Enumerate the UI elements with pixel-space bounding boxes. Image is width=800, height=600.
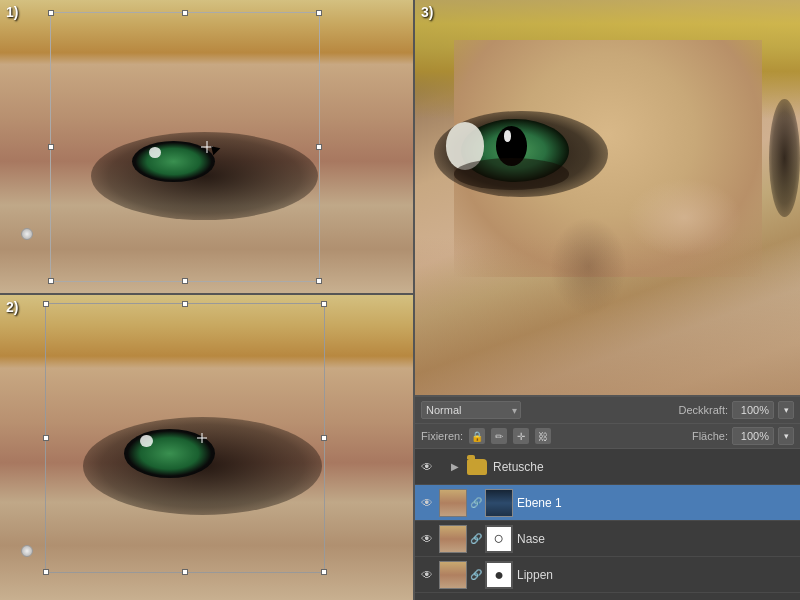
blend-mode-wrapper[interactable]: Normal: [421, 401, 521, 419]
layer-row-nase[interactable]: 👁 🔗 ○ Nase: [415, 521, 800, 557]
layer-chain-lippen: 🔗: [471, 569, 481, 580]
layer-chain-nase: 🔗: [471, 533, 481, 544]
layer-thumb-ebene1: [439, 489, 467, 517]
visibility-toggle-ebene1[interactable]: 👁: [419, 495, 435, 511]
opacity-input[interactable]: [732, 401, 774, 419]
layers-panel: Normal Deckkraft: ▾ Fixieren: 🔒 ✏ ✛ ⛓ Fl…: [415, 395, 800, 600]
fix-icon-lock[interactable]: 🔒: [469, 428, 485, 444]
layer-row-lippen[interactable]: 👁 🔗 ● Lippen: [415, 557, 800, 593]
layer-thumb-lippen: [439, 561, 467, 589]
canvas-panel-3[interactable]: 3): [415, 0, 800, 395]
layer-mask-lippen: ●: [485, 561, 513, 589]
layer-name-lippen: Lippen: [517, 568, 796, 582]
visibility-toggle-nase[interactable]: 👁: [419, 531, 435, 547]
layer-row-ebene1[interactable]: 👁 🔗 Ebene 1: [415, 485, 800, 521]
folder-icon-retusche: [467, 459, 487, 475]
layer-row-retusche[interactable]: 👁 ▶ Retusche: [415, 449, 800, 485]
left-canvas-panel: 1) 2): [0, 0, 415, 600]
canvas-panel-1[interactable]: 1): [0, 0, 413, 295]
layer-thumb-nase: [439, 525, 467, 553]
panel-3-label: 3): [421, 4, 433, 20]
fix-icon-move[interactable]: ✛: [513, 428, 529, 444]
fill-input[interactable]: [732, 427, 774, 445]
panel-2-label: 2): [6, 299, 18, 315]
right-panel: 3) Normal Deckkraft: ▾ Fixieren: 🔒 ✏ ✛ ⛓: [415, 0, 800, 600]
folder-arrow-retusche[interactable]: ▶: [451, 461, 463, 472]
fill-dropdown-arrow[interactable]: ▾: [778, 427, 794, 445]
opacity-label: Deckkraft:: [678, 404, 728, 416]
layer-name-retusche: Retusche: [493, 460, 796, 474]
layer-mask-nase: ○: [485, 525, 513, 553]
layer-chain-ebene1: 🔗: [471, 497, 481, 508]
canvas-panel-2[interactable]: 2): [0, 295, 413, 600]
panel-1-label: 1): [6, 4, 18, 20]
fix-icon-link[interactable]: ⛓: [535, 428, 551, 444]
layer-mask-ebene1: [485, 489, 513, 517]
visibility-toggle-retusche[interactable]: 👁: [419, 459, 435, 475]
layers-fixieren-row: Fixieren: 🔒 ✏ ✛ ⛓ Fläche: ▾: [415, 424, 800, 449]
blend-mode-select[interactable]: Normal: [421, 401, 521, 419]
fix-icon-brush[interactable]: ✏: [491, 428, 507, 444]
layers-toolbar: Normal Deckkraft: ▾: [415, 397, 800, 424]
layer-name-ebene1: Ebene 1: [517, 496, 796, 510]
fill-label: Fläche:: [692, 430, 728, 442]
fill-group: Fläche: ▾: [692, 427, 794, 445]
layers-list: 👁 ▶ Retusche 👁 🔗 Ebene 1 👁: [415, 449, 800, 600]
opacity-group: Deckkraft: ▾: [678, 401, 794, 419]
opacity-dropdown-arrow[interactable]: ▾: [778, 401, 794, 419]
visibility-toggle-lippen[interactable]: 👁: [419, 567, 435, 583]
layer-name-nase: Nase: [517, 532, 796, 546]
fixieren-label: Fixieren:: [421, 430, 463, 442]
